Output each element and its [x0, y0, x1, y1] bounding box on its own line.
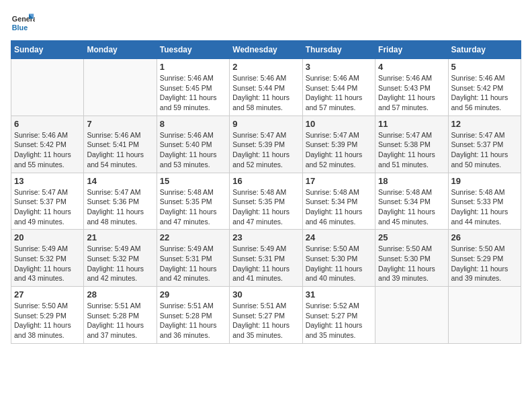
day-info: Sunrise: 5:52 AM Sunset: 5:27 PM Dayligh… — [306, 301, 372, 340]
day-info: Sunrise: 5:46 AM Sunset: 5:42 PM Dayligh… — [14, 130, 81, 170]
day-info: Sunrise: 5:49 AM Sunset: 5:31 PM Dayligh… — [232, 244, 299, 283]
day-number: 6 — [14, 119, 81, 129]
calendar-cell: 26Sunrise: 5:50 AM Sunset: 5:29 PM Dayli… — [448, 230, 521, 287]
calendar-cell: 14Sunrise: 5:47 AM Sunset: 5:36 PM Dayli… — [84, 173, 157, 230]
day-number: 4 — [378, 62, 445, 72]
calendar-cell: 18Sunrise: 5:48 AM Sunset: 5:34 PM Dayli… — [375, 173, 448, 230]
logo-icon: GeneralBlue — [11, 11, 35, 35]
calendar-cell: 10Sunrise: 5:47 AM Sunset: 5:39 PM Dayli… — [302, 116, 375, 173]
calendar-cell: 9Sunrise: 5:47 AM Sunset: 5:39 PM Daylig… — [230, 116, 302, 173]
day-info: Sunrise: 5:47 AM Sunset: 5:36 PM Dayligh… — [87, 187, 153, 227]
day-number: 10 — [306, 119, 372, 129]
calendar-cell — [375, 287, 448, 344]
day-number: 16 — [232, 176, 299, 186]
day-info: Sunrise: 5:49 AM Sunset: 5:31 PM Dayligh… — [160, 244, 226, 283]
day-number: 11 — [378, 119, 445, 129]
calendar-cell — [11, 59, 84, 116]
calendar-cell: 8Sunrise: 5:46 AM Sunset: 5:40 PM Daylig… — [157, 116, 229, 173]
day-info: Sunrise: 5:48 AM Sunset: 5:34 PM Dayligh… — [378, 187, 445, 227]
day-info: Sunrise: 5:50 AM Sunset: 5:29 PM Dayligh… — [14, 301, 81, 340]
calendar-table: SundayMondayTuesdayWednesdayThursdayFrid… — [11, 40, 521, 344]
day-info: Sunrise: 5:50 AM Sunset: 5:29 PM Dayligh… — [451, 244, 518, 283]
day-info: Sunrise: 5:46 AM Sunset: 5:44 PM Dayligh… — [232, 73, 299, 113]
calendar-cell: 28Sunrise: 5:51 AM Sunset: 5:28 PM Dayli… — [84, 287, 157, 344]
day-number: 17 — [306, 176, 372, 186]
day-info: Sunrise: 5:50 AM Sunset: 5:30 PM Dayligh… — [306, 244, 372, 283]
calendar-cell — [84, 59, 157, 116]
day-number: 13 — [14, 176, 81, 186]
week-row-5: 27Sunrise: 5:50 AM Sunset: 5:29 PM Dayli… — [11, 287, 521, 344]
calendar-cell: 12Sunrise: 5:47 AM Sunset: 5:37 PM Dayli… — [448, 116, 521, 173]
calendar-cell: 7Sunrise: 5:46 AM Sunset: 5:41 PM Daylig… — [84, 116, 157, 173]
day-number: 29 — [160, 289, 226, 300]
day-number: 25 — [378, 232, 445, 242]
calendar-cell: 3Sunrise: 5:46 AM Sunset: 5:44 PM Daylig… — [302, 59, 375, 116]
day-header-wednesday: Wednesday — [230, 41, 302, 59]
day-info: Sunrise: 5:46 AM Sunset: 5:41 PM Dayligh… — [87, 130, 153, 170]
day-number: 3 — [306, 62, 372, 72]
calendar-cell: 22Sunrise: 5:49 AM Sunset: 5:31 PM Dayli… — [157, 230, 229, 287]
calendar-cell: 17Sunrise: 5:48 AM Sunset: 5:34 PM Dayli… — [302, 173, 375, 230]
day-header-thursday: Thursday — [302, 41, 375, 59]
calendar-cell: 4Sunrise: 5:46 AM Sunset: 5:43 PM Daylig… — [375, 59, 448, 116]
day-header-sunday: Sunday — [11, 41, 84, 59]
day-number: 30 — [232, 289, 299, 300]
day-info: Sunrise: 5:51 AM Sunset: 5:27 PM Dayligh… — [232, 301, 299, 340]
day-info: Sunrise: 5:46 AM Sunset: 5:43 PM Dayligh… — [378, 73, 445, 113]
day-info: Sunrise: 5:51 AM Sunset: 5:28 PM Dayligh… — [160, 301, 226, 340]
day-number: 18 — [378, 176, 445, 186]
day-number: 19 — [451, 176, 518, 186]
calendar-cell: 30Sunrise: 5:51 AM Sunset: 5:27 PM Dayli… — [230, 287, 302, 344]
calendar-cell: 31Sunrise: 5:52 AM Sunset: 5:27 PM Dayli… — [302, 287, 375, 344]
day-info: Sunrise: 5:46 AM Sunset: 5:45 PM Dayligh… — [160, 73, 226, 113]
day-info: Sunrise: 5:49 AM Sunset: 5:32 PM Dayligh… — [14, 244, 81, 283]
day-header-tuesday: Tuesday — [157, 41, 229, 59]
day-number: 2 — [232, 62, 299, 72]
day-number: 15 — [160, 176, 226, 186]
day-header-monday: Monday — [84, 41, 157, 59]
calendar-cell: 15Sunrise: 5:48 AM Sunset: 5:35 PM Dayli… — [157, 173, 229, 230]
day-info: Sunrise: 5:46 AM Sunset: 5:44 PM Dayligh… — [306, 73, 372, 113]
calendar-cell: 25Sunrise: 5:50 AM Sunset: 5:30 PM Dayli… — [375, 230, 448, 287]
logo: GeneralBlue — [11, 11, 35, 35]
day-info: Sunrise: 5:49 AM Sunset: 5:32 PM Dayligh… — [87, 244, 153, 283]
calendar-cell: 24Sunrise: 5:50 AM Sunset: 5:30 PM Dayli… — [302, 230, 375, 287]
week-row-4: 20Sunrise: 5:49 AM Sunset: 5:32 PM Dayli… — [11, 230, 521, 287]
day-number: 5 — [451, 62, 518, 72]
calendar-cell: 13Sunrise: 5:47 AM Sunset: 5:37 PM Dayli… — [11, 173, 84, 230]
days-header-row: SundayMondayTuesdayWednesdayThursdayFrid… — [11, 41, 521, 59]
day-number: 20 — [14, 232, 81, 242]
week-row-3: 13Sunrise: 5:47 AM Sunset: 5:37 PM Dayli… — [11, 173, 521, 230]
day-info: Sunrise: 5:47 AM Sunset: 5:39 PM Dayligh… — [232, 130, 299, 170]
day-number: 12 — [451, 119, 518, 129]
calendar-cell: 29Sunrise: 5:51 AM Sunset: 5:28 PM Dayli… — [157, 287, 229, 344]
page-header: GeneralBlue — [11, 11, 521, 35]
day-info: Sunrise: 5:50 AM Sunset: 5:30 PM Dayligh… — [378, 244, 445, 283]
day-number: 28 — [87, 289, 153, 300]
day-number: 22 — [160, 232, 226, 242]
calendar-cell: 27Sunrise: 5:50 AM Sunset: 5:29 PM Dayli… — [11, 287, 84, 344]
day-info: Sunrise: 5:48 AM Sunset: 5:34 PM Dayligh… — [306, 187, 372, 227]
day-number: 8 — [160, 119, 226, 129]
day-number: 24 — [306, 232, 372, 242]
day-header-friday: Friday — [375, 41, 448, 59]
day-number: 7 — [87, 119, 153, 129]
calendar-cell: 21Sunrise: 5:49 AM Sunset: 5:32 PM Dayli… — [84, 230, 157, 287]
calendar-cell: 23Sunrise: 5:49 AM Sunset: 5:31 PM Dayli… — [230, 230, 302, 287]
calendar-cell: 11Sunrise: 5:47 AM Sunset: 5:38 PM Dayli… — [375, 116, 448, 173]
calendar-cell: 6Sunrise: 5:46 AM Sunset: 5:42 PM Daylig… — [11, 116, 84, 173]
calendar-cell: 19Sunrise: 5:48 AM Sunset: 5:33 PM Dayli… — [448, 173, 521, 230]
day-info: Sunrise: 5:47 AM Sunset: 5:38 PM Dayligh… — [378, 130, 445, 170]
day-number: 14 — [87, 176, 153, 186]
day-header-saturday: Saturday — [448, 41, 521, 59]
calendar-cell: 20Sunrise: 5:49 AM Sunset: 5:32 PM Dayli… — [11, 230, 84, 287]
day-info: Sunrise: 5:51 AM Sunset: 5:28 PM Dayligh… — [87, 301, 153, 340]
calendar-cell: 5Sunrise: 5:46 AM Sunset: 5:42 PM Daylig… — [448, 59, 521, 116]
week-row-1: 1Sunrise: 5:46 AM Sunset: 5:45 PM Daylig… — [11, 59, 521, 116]
day-info: Sunrise: 5:47 AM Sunset: 5:37 PM Dayligh… — [14, 187, 81, 227]
calendar-cell — [448, 287, 521, 344]
day-number: 1 — [160, 62, 226, 72]
day-info: Sunrise: 5:46 AM Sunset: 5:40 PM Dayligh… — [160, 130, 226, 170]
day-number: 31 — [306, 289, 372, 300]
calendar-cell: 16Sunrise: 5:48 AM Sunset: 5:35 PM Dayli… — [230, 173, 302, 230]
